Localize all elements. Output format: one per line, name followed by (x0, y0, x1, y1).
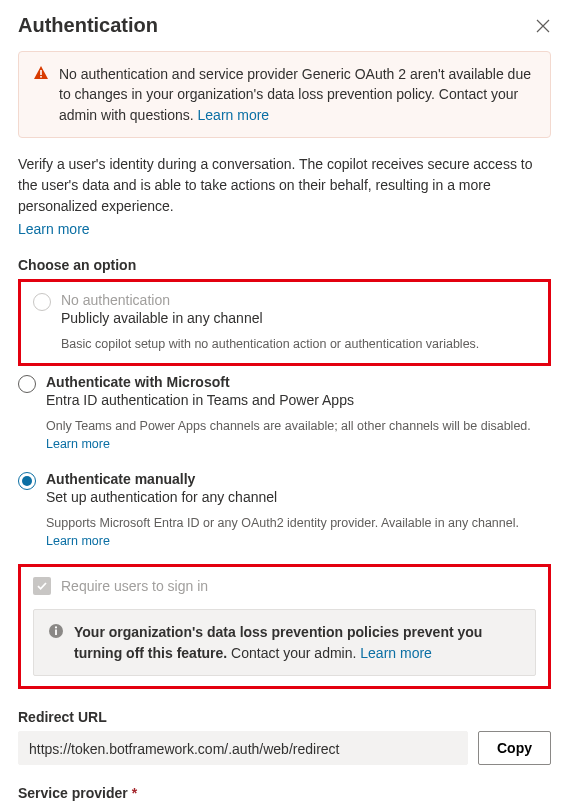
option-authenticate-manually[interactable]: Authenticate manually Set up authenticat… (18, 463, 551, 560)
info-learn-more-link[interactable]: Learn more (360, 645, 432, 661)
option-note: Basic copilot setup with no authenticati… (61, 336, 536, 354)
svg-point-4 (55, 627, 57, 629)
require-signin-checkbox (33, 577, 51, 595)
option-learn-more-link[interactable]: Learn more (46, 534, 110, 548)
option-subtitle: Publicly available in any channel (61, 310, 536, 326)
intro-text: Verify a user's identity during a conver… (18, 154, 551, 217)
check-icon (36, 580, 48, 592)
warning-learn-more-link[interactable]: Learn more (198, 107, 270, 123)
close-icon (536, 19, 550, 33)
warning-text: No authentication and service provider G… (59, 64, 536, 125)
highlight-require-signin: Require users to sign in Your organizati… (18, 564, 551, 689)
redirect-url-input[interactable]: https://token.botframework.com/.auth/web… (18, 731, 468, 765)
page-title: Authentication (18, 14, 158, 37)
require-signin-label: Require users to sign in (61, 578, 208, 594)
require-signin-row: Require users to sign in (33, 577, 536, 595)
option-subtitle: Entra ID authentication in Teams and Pow… (46, 392, 551, 408)
warning-icon (33, 65, 49, 125)
option-note: Only Teams and Power Apps channels are a… (46, 418, 551, 453)
required-asterisk: * (132, 785, 137, 801)
option-title: Authenticate manually (46, 471, 551, 487)
highlight-no-auth: No authentication Publicly available in … (18, 279, 551, 367)
choose-option-label: Choose an option (18, 257, 551, 273)
option-subtitle: Set up authentication for any channel (46, 489, 551, 505)
copy-button[interactable]: Copy (478, 731, 551, 765)
svg-rect-1 (40, 76, 42, 78)
radio-no-authentication (33, 293, 51, 311)
option-no-authentication: No authentication Publicly available in … (33, 292, 536, 354)
option-learn-more-link[interactable]: Learn more (46, 437, 110, 451)
service-provider-label: Service provider * (18, 785, 551, 801)
intro-learn-more-link[interactable]: Learn more (18, 221, 90, 237)
option-authenticate-microsoft[interactable]: Authenticate with Microsoft Entra ID aut… (18, 366, 551, 463)
option-title: Authenticate with Microsoft (46, 374, 551, 390)
require-signin-info: Your organization's data loss prevention… (33, 609, 536, 676)
close-button[interactable] (535, 18, 551, 34)
svg-rect-3 (55, 630, 57, 636)
info-rest: Contact your admin. (227, 645, 360, 661)
radio-authenticate-microsoft[interactable] (18, 375, 36, 393)
svg-rect-0 (40, 70, 42, 75)
dlp-warning-banner: No authentication and service provider G… (18, 51, 551, 138)
redirect-url-label: Redirect URL (18, 709, 551, 725)
option-title: No authentication (61, 292, 536, 308)
option-note: Supports Microsoft Entra ID or any OAuth… (46, 515, 551, 550)
info-icon (48, 623, 64, 663)
radio-authenticate-manually[interactable] (18, 472, 36, 490)
